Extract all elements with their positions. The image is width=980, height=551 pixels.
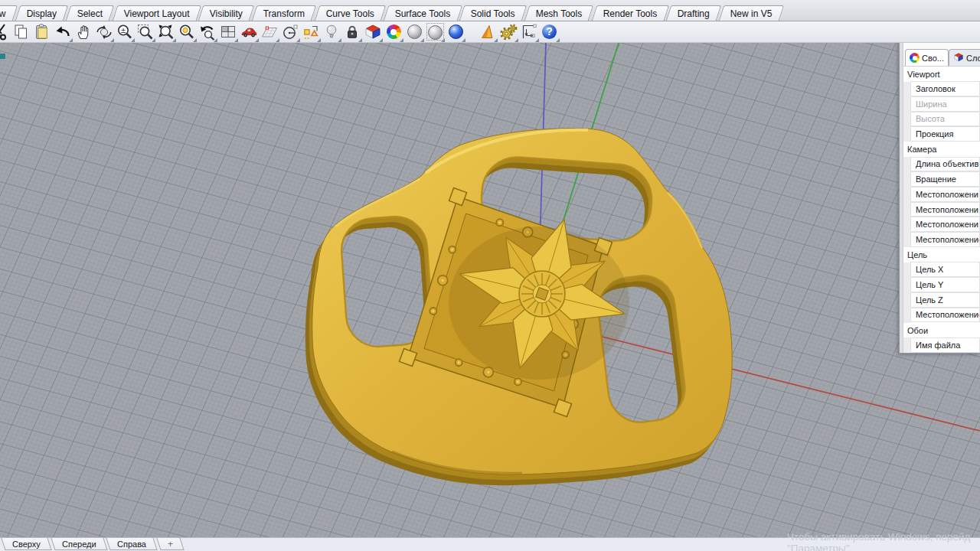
menu-tab-transform[interactable]: Transform [252,5,317,21]
property-row-местоположени[interactable]: Местоположени [903,187,980,203]
named-view-car-icon[interactable] [240,23,258,41]
menu-tab-bar: ViewDisplaySelectViewport LayoutVisibili… [0,0,980,21]
menu-tab-drafting[interactable]: Drafting [666,5,722,21]
viewport-tab-справа[interactable]: Справа [106,538,158,550]
menu-tab-solid-tools[interactable]: Solid Tools [459,5,527,21]
viewport-tab-label: Сверху [12,540,41,549]
viewport-tab-bar: СверхуСпередиСправа+ [0,537,980,551]
menu-tab-display[interactable]: Display [15,5,69,21]
property-label-cell: Длина объектив [910,157,980,172]
property-row-высота[interactable]: Высота [903,112,980,127]
perspective-viewport[interactable] [0,43,980,537]
menu-tab-viewport-layout[interactable]: Viewport Layout [112,5,201,21]
viewport-tab-сверху[interactable]: Сверху [1,538,51,550]
property-section-цель[interactable]: Цель [903,247,980,262]
panel-tab-layers[interactable]: Сло [949,49,980,66]
property-row-имя-файла[interactable]: Имя файла [903,337,980,353]
lamp-icon[interactable] [322,23,341,41]
properties-wheel-icon[interactable] [384,23,403,41]
menu-tab-label: Render Tools [603,8,658,19]
section-label: Цель [907,250,927,259]
copy-icon[interactable] [12,23,31,41]
menu-tab-new-in-v5[interactable]: New in V5 [719,5,784,21]
osnap-icon[interactable] [302,23,320,41]
paste-icon[interactable] [33,23,51,41]
viewport-layout-icon[interactable] [219,23,237,41]
properties-panel: Rhinoceros Сво...Сло ViewportЗаголовокШи… [899,28,980,354]
pan-hand-icon[interactable] [74,23,93,41]
property-label: Местоположени [916,205,978,214]
property-section-viewport[interactable]: Viewport [903,67,980,82]
property-row-вращение[interactable]: Вращение [903,172,980,187]
property-row-местоположение[interactable]: Местоположение [903,308,980,323]
zoom-dynamic-icon[interactable]: ± [116,23,134,41]
add-viewport-tab-button[interactable]: + [157,538,185,550]
property-label: Ширина [916,99,947,109]
property-label-cell: Цель X [910,262,980,277]
property-label: Местоположение [916,310,980,319]
property-section-камера[interactable]: Камера [903,142,980,157]
dimension-icon[interactable] [520,23,538,41]
menu-tab-select[interactable]: Select [66,5,115,21]
property-label-cell: Цель Y [910,277,980,292]
property-row-цель-y[interactable]: Цель Y [903,278,980,293]
property-label: Проекция [916,129,953,139]
menu-tab-label: Display [27,8,57,19]
property-row-ширина[interactable]: Ширина [903,96,980,112]
property-row-проекция[interactable]: Проекция [903,127,980,142]
set-view-icon[interactable] [281,23,299,41]
viewport-title-marker [0,54,5,59]
help-icon[interactable]: ? [541,23,559,41]
cplane-icon[interactable] [260,23,279,41]
rendered-sphere-icon[interactable] [446,23,465,41]
color-wheel-icon [910,53,920,63]
viewport-tab-label: Справа [117,540,146,549]
gold-buckle-model[interactable] [305,129,732,486]
shade-selected-icon[interactable] [426,23,444,41]
viewport-tab-спереди[interactable]: Спереди [51,538,107,550]
menu-tab-label: Solid Tools [471,8,515,19]
menu-tab-curve-tools[interactable]: Curve Tools [314,5,386,21]
svg-text:±: ± [120,26,126,34]
lock-icon[interactable] [343,23,361,41]
menu-tab-render-tools[interactable]: Render Tools [591,5,668,21]
menu-tab-surface-tools[interactable]: Surface Tools [384,5,462,21]
property-row-заголовок[interactable]: Заголовок [903,82,980,97]
property-label: Цель Y [916,280,943,289]
shaded-sphere-icon[interactable] [405,23,423,41]
property-label: Высота [916,114,945,123]
property-label-cell: Местоположени [910,187,980,202]
layers-icon[interactable] [364,23,382,41]
options-gears-icon[interactable] [499,23,518,41]
property-row-цель-x[interactable]: Цель X [903,262,980,278]
panel-tab-properties[interactable]: Сво... [905,49,949,66]
menu-tab-visibility[interactable]: Visibility [198,5,255,21]
viewport-tab-label: Спереди [62,540,96,549]
property-label-cell: Заголовок [910,81,980,96]
menu-tab-label: Curve Tools [326,8,374,19]
rotate-view-icon[interactable] [95,23,113,41]
render-cone-icon[interactable] [479,23,497,41]
zoom-window-icon[interactable] [136,23,155,41]
menu-tab-label: View [0,8,6,19]
panel-tab-label: Сво... [922,54,944,63]
property-label-cell: Местоположение [910,308,980,323]
panel-tab-strip: Сво...Сло [903,47,980,67]
property-row-местоположение[interactable]: Местоположение [903,233,980,248]
model-canvas [0,43,980,537]
cut-scissors-icon[interactable] [0,23,10,41]
undo-icon[interactable] [54,23,72,41]
property-row-местоположени[interactable]: Местоположени [903,217,980,233]
property-row-местоположени[interactable]: Местоположени [903,202,980,217]
property-section-обои[interactable]: Обои [903,323,980,338]
rhinoceros-app-window: { "app": { "title": "Rhinoceros" }, "men… [0,0,980,551]
undo-view-icon[interactable] [198,23,217,41]
property-row-длина-объектив[interactable]: Длина объектив [903,157,980,172]
zoom-extents-icon[interactable] [157,23,175,41]
zoom-selected-icon[interactable] [178,23,196,41]
menu-tab-label: Surface Tools [395,8,451,19]
property-label-cell: Проекция [910,126,980,142]
menu-tab-mesh-tools[interactable]: Mesh Tools [524,5,594,21]
property-row-цель-z[interactable]: Цель Z [903,292,980,308]
layers-icon [953,52,964,64]
